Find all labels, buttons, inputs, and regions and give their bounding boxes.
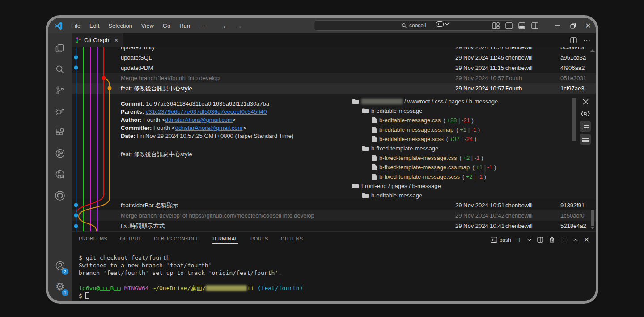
explorer-icon[interactable] [49, 38, 71, 59]
accounts-icon[interactable]: 2 [49, 255, 71, 276]
file-tree-scrollbar[interactable] [572, 98, 576, 198]
commit-label: Commit: [121, 100, 144, 107]
menu-bar: File Edit Selection View Go Run ⋯ [67, 21, 209, 31]
tab-close-icon[interactable]: ✕ [114, 37, 119, 43]
tab-gitlens[interactable]: GITLENS [281, 236, 303, 244]
menu-more[interactable]: ⋯ [195, 21, 209, 31]
restore-button[interactable] [565, 18, 580, 33]
split-terminal-icon[interactable] [537, 237, 543, 243]
tree-file-row[interactable]: b-fixed-template-message.scss ( +2 | -1 … [352, 172, 570, 181]
tree-folder-row[interactable]: / wwwroot / css / pages / b-message [352, 97, 570, 106]
commit-date: 29 Nov 2024 11:57 [455, 47, 505, 51]
toggle-sidebar-icon[interactable] [505, 22, 513, 29]
git-graph-view-icon[interactable] [49, 143, 71, 164]
title-bar: File Edit Selection View Go Run ⋯ ← → co… [48, 18, 596, 33]
source-control-icon[interactable] [49, 80, 71, 101]
menu-run[interactable]: Run [175, 21, 194, 31]
commit-row[interactable]: update:SQL 29 Nov 2024 11:45 chenbewill … [72, 52, 596, 63]
command-center-search[interactable]: cooseii [314, 20, 513, 31]
run-debug-icon[interactable] [49, 101, 71, 122]
extensions-icon[interactable] [49, 122, 71, 143]
tree-file-row[interactable]: b-editable-message.scss ( +37 | -24 ) [352, 134, 570, 144]
vscode-logo-icon [55, 21, 63, 30]
commit-message: update:SQL [72, 54, 455, 61]
file-icon [372, 127, 377, 133]
tab-terminal[interactable]: TERMINAL [212, 236, 238, 244]
editor-scrollbar[interactable] [589, 47, 596, 231]
commit-row-selected[interactable]: feat: 修改後台訊息中心style 29 Nov 2024 10:57 Fo… [72, 83, 596, 94]
menu-selection[interactable]: Selection [104, 21, 136, 31]
menu-view[interactable]: View [137, 21, 158, 31]
bottom-panel: PROBLEMS OUTPUT DEBUG CONSOLE TERMINAL P… [72, 231, 596, 301]
git-graph-tab-icon [76, 37, 81, 43]
commit-message: fix :時間顯示方式 [72, 222, 455, 230]
tab-ports[interactable]: PORTS [250, 236, 268, 244]
toggle-secondary-sidebar-icon[interactable] [531, 22, 538, 29]
tab-git-graph[interactable]: Git Graph ✕ [72, 33, 123, 47]
commit-date: 29 Nov 2024 11:15 [455, 64, 505, 71]
menu-file[interactable]: File [67, 21, 85, 31]
tree-folder-row[interactable]: b-editable-message [352, 106, 570, 116]
scrollbar-thumb[interactable] [591, 210, 594, 226]
editor-more-actions-icon[interactable]: ⋯ [583, 36, 590, 44]
commit-date: 29 Nov 2024 10:41 [455, 223, 505, 229]
github-icon[interactable] [49, 185, 71, 206]
commit-body: feat: 修改後台訊息中心style [121, 150, 293, 158]
search-icon [401, 23, 407, 28]
terminal-output[interactable]: $ git checkout feat/fourth Switched to a… [72, 248, 596, 301]
close-window-button[interactable]: ✕ [580, 18, 596, 33]
commit-row-merge[interactable]: Merge branch 'develop' of https://github… [72, 210, 596, 221]
activity-bar: 2 ⚙ 1 [48, 33, 72, 301]
commit-row[interactable]: update:PDM 29 Nov 2024 11:15 chenbewill … [72, 63, 596, 73]
tree-folder-row[interactable]: b-fixed-template-message [352, 144, 570, 153]
git-graph-view: update:Entity 29 Nov 2024 11:57 chenbewi… [72, 47, 596, 231]
terminal-line: branch 'feat/fourth' set up to track 'or… [79, 270, 282, 276]
scroll-up-icon[interactable] [590, 49, 595, 52]
commit-author: chenbewill [505, 64, 560, 71]
settings-badge: 1 [62, 289, 68, 296]
nav-back-icon[interactable]: ← [222, 22, 229, 30]
tab-label: Git Graph [84, 37, 109, 43]
kill-terminal-trash-icon[interactable] [549, 237, 555, 243]
close-panel-icon[interactable]: ✕ [584, 236, 589, 244]
author-email-link[interactable]: ddnstarAhora@gmail.com [165, 116, 232, 123]
parent-hash-link[interactable]: c31c2379e6c77e037df5036d7eeceef0c545ff40 [146, 108, 267, 115]
tree-file-row[interactable]: b-editable-message.css.map ( +1 | -1 ) [352, 125, 570, 134]
commit-row[interactable]: feat:siderBar 名稱顯示 29 Nov 2024 10:51 che… [72, 200, 596, 210]
copilot-button[interactable] [436, 21, 449, 27]
search-value: cooseii [409, 22, 426, 29]
commit-author: chenbewill [505, 47, 560, 51]
new-terminal-icon[interactable]: + [517, 236, 521, 244]
tab-output[interactable]: OUTPUT [120, 236, 141, 244]
tree-folder-row[interactable]: Front-end / pages / b-message [352, 181, 570, 191]
commit-row[interactable]: fix :時間顯示方式 29 Nov 2024 10:41 chenbewill… [72, 221, 596, 231]
commit-author: chenbewill [505, 212, 560, 219]
tree-file-row[interactable]: b-fixed-template-message.css ( +2 | -1 ) [352, 153, 570, 163]
minimize-button[interactable] [550, 18, 565, 33]
scroll-down-icon[interactable] [590, 227, 595, 229]
menu-edit[interactable]: Edit [85, 21, 103, 31]
settings-gear-icon[interactable]: ⚙ 1 [49, 276, 71, 297]
maximize-panel-icon[interactable] [573, 239, 578, 241]
commit-row[interactable]: update:Entity 29 Nov 2024 11:57 chenbewi… [72, 47, 596, 52]
split-editor-icon[interactable] [570, 37, 577, 43]
tree-file-row[interactable]: b-fixed-template-message.css.map ( +1 | … [352, 163, 570, 172]
search-sidebar-icon[interactable] [49, 59, 71, 80]
commit-date: 29 Nov 2024 10:51 [455, 202, 505, 209]
panel-more-actions-icon[interactable]: ⋯ [560, 236, 568, 244]
menu-go[interactable]: Go [159, 21, 174, 31]
nav-forward-icon[interactable]: → [235, 22, 242, 30]
tree-folder-row[interactable]: b-editable-message [352, 191, 570, 200]
terminal-dropdown-icon[interactable] [527, 239, 531, 241]
gitlens-inspect-icon[interactable] [49, 164, 71, 185]
commit-row-merge[interactable]: Merge branch 'feat/fourth' into develop … [72, 73, 596, 83]
customize-layout-icon[interactable] [492, 22, 500, 29]
shell-selector[interactable]: bash [491, 237, 511, 243]
terminal-line: $ git checkout feat/fourth [79, 254, 170, 261]
committer-email-link[interactable]: ddnstarAhora@gmail.com [175, 124, 242, 131]
toggle-panel-icon[interactable] [518, 22, 525, 29]
commit-author: chenbewill [505, 223, 560, 229]
tab-problems[interactable]: PROBLEMS [79, 236, 107, 244]
tab-debug-console[interactable]: DEBUG CONSOLE [154, 236, 199, 244]
tree-file-row[interactable]: b-editable-message.css ( +28 | -21 ) [352, 116, 570, 125]
